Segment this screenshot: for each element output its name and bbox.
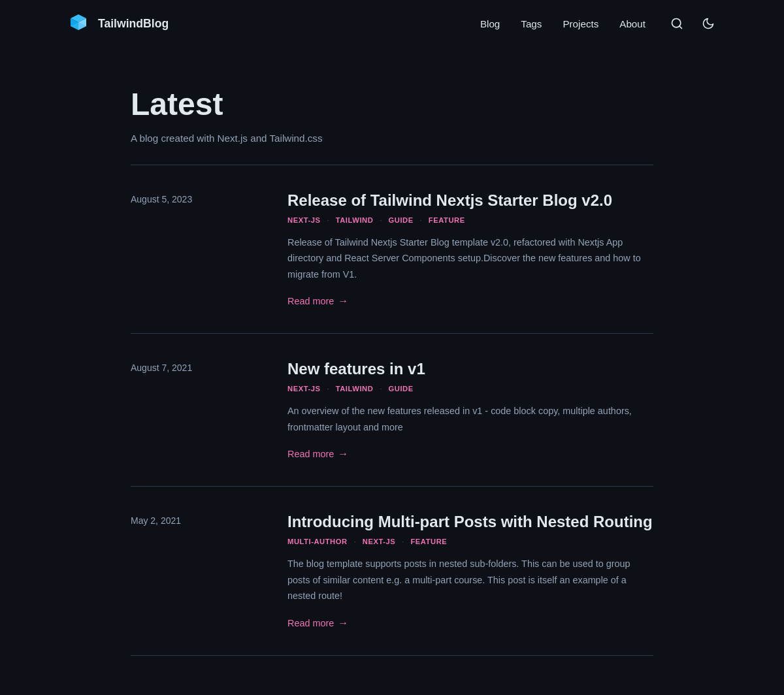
tag-feature-3[interactable]: FEATURE <box>410 538 447 545</box>
search-button[interactable] <box>666 13 687 34</box>
post-tags-3: MULTI-AUTHOR · NEXT-JS · FEATURE <box>287 538 653 545</box>
post-content-3: Introducing Multi-part Posts with Nested… <box>287 513 653 628</box>
dark-mode-button[interactable] <box>698 13 719 34</box>
bottom-divider <box>131 655 653 656</box>
page-subtitle: A blog created with Next.js and Tailwind… <box>131 133 653 144</box>
post-item-2: August 7, 2021 New features in v1 NEXT-J… <box>131 334 653 486</box>
tag-sep-2: · <box>380 216 382 224</box>
moon-icon <box>702 17 715 30</box>
nav-about[interactable]: About <box>619 18 645 29</box>
nav-icons <box>666 13 719 34</box>
read-more-label-2: Read more <box>287 449 334 459</box>
tag-sep-7: · <box>402 538 404 545</box>
tag-next-js-2[interactable]: NEXT-JS <box>287 385 321 393</box>
tag-sep-5: · <box>380 385 382 393</box>
tag-feature-1[interactable]: FEATURE <box>429 216 465 224</box>
post-content-2: New features in v1 NEXT-JS · TAILWIND · … <box>287 360 653 460</box>
nav-tags[interactable]: Tags <box>521 18 542 29</box>
read-more-2[interactable]: Read more → <box>287 448 348 460</box>
tag-sep-6: · <box>354 538 356 545</box>
logo-text: TailwindBlog <box>98 17 169 31</box>
read-more-1[interactable]: Read more → <box>287 295 348 307</box>
main-nav: Blog Tags Projects About <box>480 13 719 34</box>
search-icon <box>670 17 683 30</box>
tag-next-js-3[interactable]: NEXT-JS <box>363 538 396 545</box>
tag-tailwind-2[interactable]: TAILWIND <box>336 385 374 393</box>
tag-guide-1[interactable]: GUIDE <box>389 216 414 224</box>
post-date-1: August 5, 2023 <box>131 191 261 307</box>
read-more-3[interactable]: Read more → <box>287 617 348 629</box>
nav-blog[interactable]: Blog <box>480 18 500 29</box>
logo-link[interactable]: TailwindBlog <box>65 10 169 37</box>
read-more-label-1: Read more <box>287 296 334 306</box>
main-content: Latest A blog created with Next.js and T… <box>65 86 719 656</box>
tag-sep-3: · <box>420 216 422 224</box>
read-more-label-3: Read more <box>287 618 334 628</box>
tag-guide-2[interactable]: GUIDE <box>389 385 414 393</box>
post-description-3: The blog template supports posts in nest… <box>287 556 653 604</box>
tag-tailwind-1[interactable]: TAILWIND <box>336 216 374 224</box>
post-title-3[interactable]: Introducing Multi-part Posts with Nested… <box>287 513 653 531</box>
post-date-3: May 2, 2021 <box>131 513 261 628</box>
tag-next-js-1[interactable]: NEXT-JS <box>287 216 321 224</box>
arrow-icon-2: → <box>338 448 348 460</box>
post-tags-2: NEXT-JS · TAILWIND · GUIDE <box>287 385 653 393</box>
tag-multi-author-3[interactable]: MULTI-AUTHOR <box>287 538 348 545</box>
arrow-icon-1: → <box>338 295 348 307</box>
tag-sep-1: · <box>327 216 329 224</box>
post-description-1: Release of Tailwind Nextjs Starter Blog … <box>287 234 653 282</box>
post-title-1[interactable]: Release of Tailwind Nextjs Starter Blog … <box>287 191 653 210</box>
post-date-2: August 7, 2021 <box>131 360 261 460</box>
post-description-2: An overview of the new features released… <box>287 403 653 435</box>
post-tags-1: NEXT-JS · TAILWIND · GUIDE · FEATURE <box>287 216 653 224</box>
post-content-1: Release of Tailwind Nextjs Starter Blog … <box>287 191 653 307</box>
nav-projects[interactable]: Projects <box>563 18 598 29</box>
post-item-3: May 2, 2021 Introducing Multi-part Posts… <box>131 487 653 655</box>
page-title: Latest <box>131 86 653 122</box>
logo-icon <box>65 10 91 37</box>
post-item: August 5, 2023 Release of Tailwind Nextj… <box>131 165 653 333</box>
tag-sep-4: · <box>327 385 329 393</box>
svg-line-1 <box>679 26 682 29</box>
arrow-icon-3: → <box>338 617 348 629</box>
site-header: TailwindBlog Blog Tags Projects About <box>0 0 784 47</box>
post-title-2[interactable]: New features in v1 <box>287 360 653 378</box>
